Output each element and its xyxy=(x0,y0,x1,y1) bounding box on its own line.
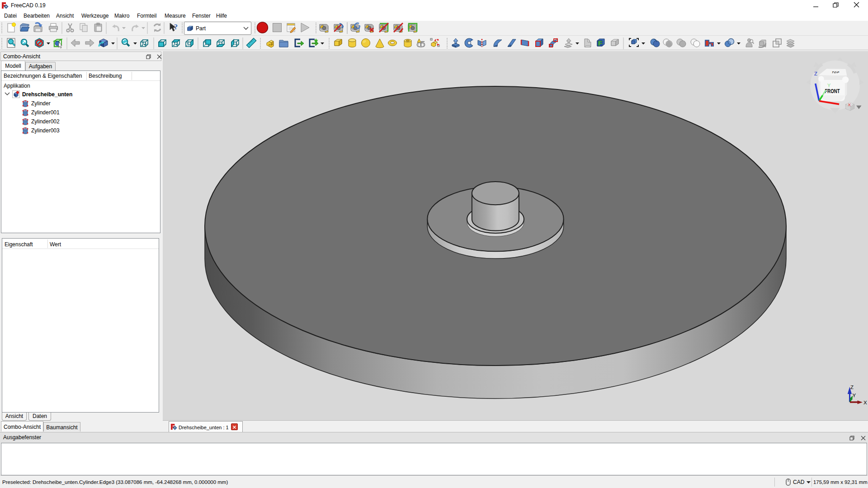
svg-text:Y: Y xyxy=(827,83,831,88)
svg-text:FRONT: FRONT xyxy=(825,88,840,94)
svg-text:Z: Z xyxy=(814,71,817,76)
svg-text:X: X xyxy=(863,400,867,405)
svg-text:Z: Z xyxy=(850,385,854,390)
svg-text:Y: Y xyxy=(853,393,856,398)
svg-text:X: X xyxy=(848,102,851,107)
svg-text:?: ? xyxy=(174,23,178,31)
svg-text:F: F xyxy=(598,39,602,47)
